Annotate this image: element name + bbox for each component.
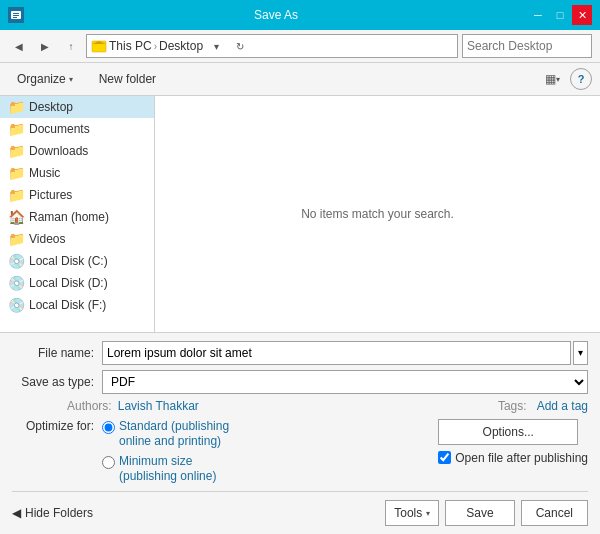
authors-value[interactable]: Lavish Thakkar xyxy=(118,399,199,413)
authors-label: Authors: xyxy=(67,399,112,413)
address-this-pc[interactable]: This PC xyxy=(109,39,152,53)
minimize-button[interactable]: ─ xyxy=(528,5,548,25)
disk-icon: 💿 xyxy=(8,275,24,291)
radio-standard-input[interactable] xyxy=(102,421,115,434)
sidebar: 📁 Desktop 📁 Documents 📁 Downloads 📁 Musi… xyxy=(0,96,155,332)
navigation-toolbar: ◀ ▶ ↑ This PC › Desktop ▾ ↻ 🔍 xyxy=(0,30,600,63)
open-after-publishing-checkbox[interactable] xyxy=(438,451,451,464)
options-section: Options... Open file after publishing xyxy=(438,419,588,465)
view-dropdown-icon: ▾ xyxy=(556,75,560,84)
sidebar-item-local-c[interactable]: 💿 Local Disk (C:) xyxy=(0,250,154,272)
saveastype-row: Save as type: PDF xyxy=(12,370,588,394)
tags-value[interactable]: Add a tag xyxy=(537,399,588,413)
forward-button[interactable]: ▶ xyxy=(34,35,56,57)
view-controls: ▦ ▾ ? xyxy=(538,67,592,91)
svg-rect-3 xyxy=(13,15,19,16)
help-button[interactable]: ? xyxy=(570,68,592,90)
app-icon xyxy=(8,7,24,23)
bottom-panel: File name: ▾ Save as type: PDF Authors: … xyxy=(0,332,600,534)
hide-folders-button[interactable]: ◀ Hide Folders xyxy=(12,506,93,520)
address-desktop[interactable]: Desktop xyxy=(159,39,203,53)
folder-icon: 📁 xyxy=(8,143,24,159)
tools-dropdown-icon: ▾ xyxy=(426,509,430,518)
organize-button[interactable]: Organize ▾ xyxy=(8,67,82,91)
refresh-button[interactable]: ↻ xyxy=(229,35,251,57)
title-bar: Save As ─ □ ✕ xyxy=(0,0,600,30)
sidebar-item-local-f[interactable]: 💿 Local Disk (F:) xyxy=(0,294,154,316)
svg-rect-4 xyxy=(13,17,17,18)
cancel-button[interactable]: Cancel xyxy=(521,500,588,526)
search-box: 🔍 xyxy=(462,34,592,58)
svg-rect-2 xyxy=(13,13,19,14)
save-button[interactable]: Save xyxy=(445,500,514,526)
radio-standard-label[interactable]: Standard (publishing online and printing… xyxy=(102,419,242,450)
location-icon xyxy=(91,38,107,54)
sidebar-item-videos[interactable]: 📁 Videos xyxy=(0,228,154,250)
radio-minimum-input[interactable] xyxy=(102,456,115,469)
footer-actions: Tools ▾ Save Cancel xyxy=(385,500,588,526)
optimize-radios: Standard (publishing online and printing… xyxy=(102,419,242,485)
sidebar-item-pictures[interactable]: 📁 Pictures xyxy=(0,184,154,206)
organize-dropdown-icon: ▾ xyxy=(69,75,73,84)
address-bar: This PC › Desktop ▾ ↻ xyxy=(86,34,458,58)
folder-icon: 📁 xyxy=(8,121,24,137)
sidebar-item-downloads[interactable]: 📁 Downloads xyxy=(0,140,154,162)
folder-icon: 📁 xyxy=(8,99,24,115)
folder-icon: 📁 xyxy=(8,165,24,181)
home-icon: 🏠 xyxy=(8,209,24,225)
disk-icon: 💿 xyxy=(8,297,24,313)
disk-icon: 💿 xyxy=(8,253,24,269)
up-button[interactable]: ↑ xyxy=(60,35,82,57)
tools-button[interactable]: Tools ▾ xyxy=(385,500,439,526)
meta-row: Authors: Lavish Thakkar Tags: Add a tag xyxy=(12,399,588,413)
arrow-icon: ◀ xyxy=(12,506,21,520)
dialog-title: Save As xyxy=(24,8,528,22)
filename-row: File name: ▾ xyxy=(12,341,588,365)
footer-row: ◀ Hide Folders Tools ▾ Save Cancel xyxy=(12,491,588,526)
search-input[interactable] xyxy=(467,39,600,53)
saveastype-select[interactable]: PDF xyxy=(102,370,588,394)
saveastype-label: Save as type: xyxy=(12,375,102,389)
open-after-publishing-label[interactable]: Open file after publishing xyxy=(438,451,588,465)
optimize-label: Optimize for: xyxy=(12,419,102,433)
options-button[interactable]: Options... xyxy=(438,419,578,445)
maximize-button[interactable]: □ xyxy=(550,5,570,25)
new-folder-button[interactable]: New folder xyxy=(90,67,165,91)
back-button[interactable]: ◀ xyxy=(8,35,30,57)
main-area: 📁 Desktop 📁 Documents 📁 Downloads 📁 Musi… xyxy=(0,96,600,332)
file-list-area: No items match your search. xyxy=(155,96,600,332)
sidebar-item-raman-home[interactable]: 🏠 Raman (home) xyxy=(0,206,154,228)
view-button[interactable]: ▦ ▾ xyxy=(538,67,566,91)
filename-label: File name: xyxy=(12,346,102,360)
sidebar-item-local-d[interactable]: 💿 Local Disk (D:) xyxy=(0,272,154,294)
empty-message: No items match your search. xyxy=(301,207,454,221)
tags-label: Tags: xyxy=(498,399,527,413)
window-controls: ─ □ ✕ xyxy=(528,5,592,25)
organize-toolbar: Organize ▾ New folder ▦ ▾ ? xyxy=(0,63,600,96)
sidebar-item-documents[interactable]: 📁 Documents xyxy=(0,118,154,140)
view-icon: ▦ xyxy=(545,72,556,86)
folder-icon: 📁 xyxy=(8,187,24,203)
radio-minimum-label[interactable]: Minimum size (publishing online) xyxy=(102,454,242,485)
sidebar-item-desktop[interactable]: 📁 Desktop xyxy=(0,96,154,118)
sidebar-list: 📁 Desktop 📁 Documents 📁 Downloads 📁 Musi… xyxy=(0,96,154,316)
folder-icon: 📁 xyxy=(8,231,24,247)
sidebar-item-music[interactable]: 📁 Music xyxy=(0,162,154,184)
close-button[interactable]: ✕ xyxy=(572,5,592,25)
filename-dropdown-button[interactable]: ▾ xyxy=(573,341,588,365)
address-dropdown-button[interactable]: ▾ xyxy=(205,35,227,57)
filename-input[interactable] xyxy=(102,341,571,365)
optimize-row: Optimize for: Standard (publishing onlin… xyxy=(12,419,588,485)
